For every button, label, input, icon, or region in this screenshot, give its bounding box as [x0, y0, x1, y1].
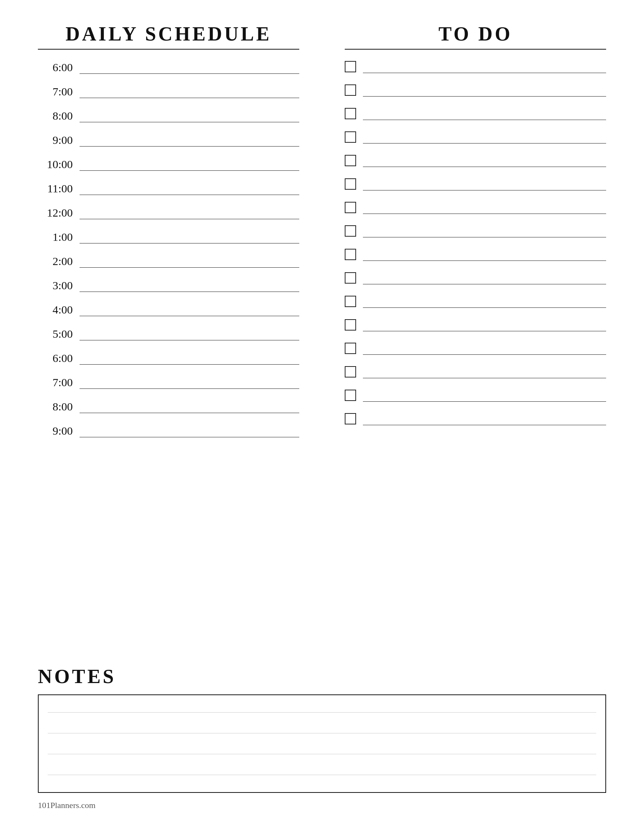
schedule-spacer [38, 414, 299, 425]
schedule-write-line[interactable] [80, 413, 299, 413]
notes-title: Notes [38, 665, 606, 688]
todo-spacer [345, 97, 606, 108]
todo-write-line[interactable] [363, 73, 606, 73]
schedule-time-row: 7:00 [38, 376, 299, 390]
schedule-write-line[interactable] [80, 267, 299, 268]
todo-check-row [345, 390, 606, 402]
schedule-item: 12:00 [38, 206, 299, 231]
schedule-time-label: 9:00 [38, 425, 80, 437]
schedule-item: 3:00 [38, 279, 299, 303]
schedule-write-line[interactable] [80, 316, 299, 316]
todo-checkbox[interactable] [345, 61, 356, 72]
todo-write-line[interactable] [363, 261, 606, 261]
todo-check-row [345, 202, 606, 215]
schedule-write-line[interactable] [80, 122, 299, 122]
todo-item [345, 155, 606, 178]
todo-checkbox[interactable] [345, 178, 356, 190]
todo-write-line[interactable] [363, 354, 606, 355]
schedule-write-line[interactable] [80, 243, 299, 243]
todo-checkbox[interactable] [345, 155, 356, 166]
todo-checkbox[interactable] [345, 366, 356, 378]
todo-item [345, 390, 606, 413]
todo-spacer [345, 144, 606, 155]
todo-check-row [345, 249, 606, 262]
notes-box[interactable] [38, 695, 606, 793]
schedule-item: 4:00 [38, 303, 299, 328]
todo-checkbox[interactable] [345, 272, 356, 284]
todo-check-row [345, 343, 606, 355]
todo-checkbox[interactable] [345, 131, 356, 143]
todo-write-line[interactable] [363, 190, 606, 190]
todo-item [345, 84, 606, 108]
schedule-time-row: 3:00 [38, 279, 299, 293]
footer: 101Planners.com [38, 793, 606, 810]
todo-checkbox[interactable] [345, 108, 356, 119]
todo-item [345, 343, 606, 366]
todo-checkbox[interactable] [345, 296, 356, 307]
todo-check-row [345, 366, 606, 379]
todo-checkbox[interactable] [345, 249, 356, 260]
todo-write-line[interactable] [363, 307, 606, 308]
schedule-write-line[interactable] [80, 195, 299, 195]
schedule-spacer [38, 75, 299, 85]
todo-write-line[interactable] [363, 378, 606, 378]
schedule-spacer [38, 220, 299, 231]
schedule-time-row: 4:00 [38, 303, 299, 317]
todo-item [345, 202, 606, 225]
todo-write-line[interactable] [363, 425, 606, 425]
schedule-write-line[interactable] [80, 389, 299, 389]
schedule-item: 5:00 [38, 328, 299, 352]
header-row: Daily Schedule To Do [38, 23, 606, 50]
schedule-write-line[interactable] [80, 437, 299, 437]
schedule-write-line[interactable] [80, 170, 299, 171]
todo-check-row [345, 296, 606, 309]
todo-checkbox[interactable] [345, 413, 356, 425]
todo-write-line[interactable] [363, 143, 606, 143]
schedule-item: 7:00 [38, 376, 299, 400]
todo-spacer [345, 121, 606, 131]
todo-write-line[interactable] [363, 331, 606, 331]
schedule-time-row: 10:00 [38, 158, 299, 172]
todo-spacer [345, 379, 606, 390]
schedule-write-line[interactable] [80, 146, 299, 146]
todo-write-line[interactable] [363, 120, 606, 120]
schedule-spacer [38, 317, 299, 328]
todo-checkbox[interactable] [345, 202, 356, 213]
schedule-time-row: 5:00 [38, 328, 299, 341]
schedule-write-line[interactable] [80, 74, 299, 74]
schedule-time-row: 6:00 [38, 352, 299, 365]
todo-item [345, 178, 606, 202]
todo-check-row [345, 225, 606, 238]
schedule-item: 1:00 [38, 231, 299, 255]
todo-check-row [345, 108, 606, 121]
schedule-spacer [38, 269, 299, 279]
notes-line-2 [48, 733, 596, 733]
schedule-write-line[interactable] [80, 98, 299, 98]
todo-checkbox[interactable] [345, 319, 356, 331]
todo-check-row [345, 178, 606, 191]
schedule-spacer [38, 123, 299, 133]
todo-write-line[interactable] [363, 401, 606, 402]
todo-checkbox[interactable] [345, 225, 356, 236]
schedule-spacer [38, 293, 299, 303]
todo-write-line[interactable] [363, 167, 606, 167]
todo-item [345, 366, 606, 390]
todo-write-line[interactable] [363, 96, 606, 96]
todo-write-line[interactable] [363, 237, 606, 237]
todo-spacer [345, 238, 606, 249]
todo-spacer [345, 215, 606, 225]
todo-checkbox[interactable] [345, 390, 356, 401]
schedule-write-line[interactable] [80, 219, 299, 219]
todo-checkbox[interactable] [345, 84, 356, 96]
todo-item [345, 319, 606, 343]
schedule-item: 7:00 [38, 85, 299, 109]
todo-title: To Do [438, 23, 512, 45]
schedule-write-line[interactable] [80, 340, 299, 340]
schedule-spacer [38, 365, 299, 376]
todo-checkbox[interactable] [345, 343, 356, 354]
todo-write-line[interactable] [363, 284, 606, 285]
schedule-write-line[interactable] [80, 364, 299, 365]
schedule-time-row: 2:00 [38, 255, 299, 269]
todo-write-line[interactable] [363, 214, 606, 214]
schedule-write-line[interactable] [80, 291, 299, 292]
